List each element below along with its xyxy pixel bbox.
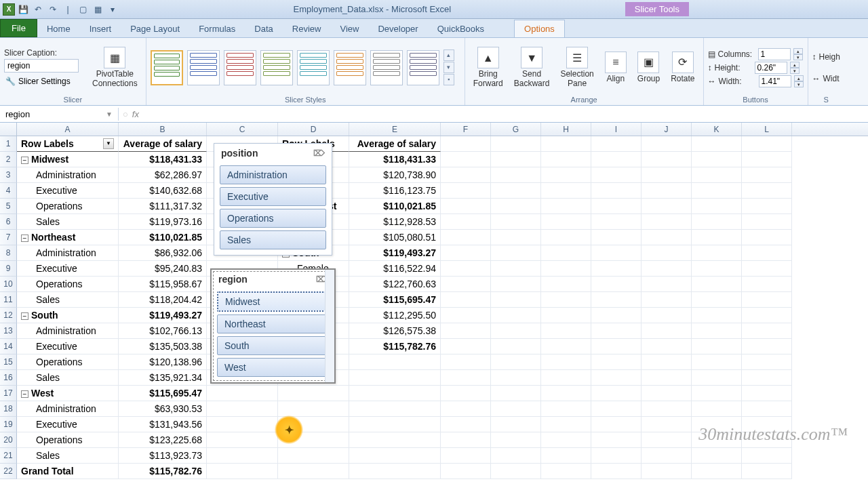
cell[interactable] (491, 432, 541, 448)
slicer-item[interactable]: Midwest (217, 291, 329, 312)
redo-icon[interactable]: ↷ (46, 3, 60, 16)
cell[interactable] (591, 152, 642, 167)
slicer-item[interactable]: Sales (220, 230, 326, 249)
cell[interactable] (591, 308, 642, 323)
cell[interactable] (742, 167, 792, 183)
cell[interactable] (541, 183, 591, 199)
cell[interactable] (491, 230, 541, 245)
cell[interactable] (692, 136, 742, 152)
gallery-more-icon[interactable]: ▪ (443, 74, 454, 85)
cell[interactable] (441, 339, 491, 354)
gallery-down-icon[interactable]: ▾ (443, 62, 454, 73)
cell[interactable]: −Northeast (17, 230, 119, 245)
cell[interactable] (692, 245, 742, 261)
cell[interactable] (278, 401, 349, 417)
cell[interactable] (642, 417, 692, 432)
cell[interactable] (441, 245, 491, 261)
tab-view[interactable]: View (330, 20, 368, 37)
cell[interactable]: Operations (17, 432, 119, 448)
cell[interactable]: $115,695.47 (119, 386, 207, 401)
cell[interactable] (692, 464, 742, 479)
cell[interactable] (441, 230, 491, 245)
cell[interactable] (742, 245, 792, 261)
cell[interactable]: Sales (17, 292, 119, 308)
cell[interactable] (441, 183, 491, 199)
col-header[interactable]: L (742, 123, 792, 136)
bring-forward-button[interactable]: ▲Bring Forward (469, 45, 507, 89)
gallery-up-icon[interactable]: ▴ (443, 49, 454, 61)
cell[interactable] (642, 183, 692, 199)
formula-circle-icon[interactable]: ○ (123, 109, 128, 119)
cell[interactable] (591, 136, 642, 152)
col-header[interactable]: I (591, 123, 642, 136)
row-header[interactable]: 5 (0, 199, 17, 214)
cell[interactable] (541, 245, 591, 261)
cell[interactable] (642, 308, 692, 323)
cell[interactable] (642, 152, 692, 167)
row-header[interactable]: 3 (0, 167, 17, 183)
cell[interactable] (591, 214, 642, 230)
row-header[interactable]: 21 (0, 448, 17, 464)
cell[interactable] (642, 386, 692, 401)
cell[interactable] (692, 152, 742, 167)
cell[interactable] (642, 245, 692, 261)
cell[interactable] (541, 261, 591, 277)
select-all-corner[interactable] (0, 123, 17, 136)
cell[interactable]: Operations (17, 354, 119, 370)
cell[interactable] (591, 432, 642, 448)
cell[interactable] (642, 339, 692, 354)
row-header[interactable]: 13 (0, 323, 17, 339)
cell[interactable] (441, 261, 491, 277)
cell[interactable] (541, 214, 591, 230)
slicer-scrollbar[interactable] (325, 270, 334, 382)
cell[interactable] (541, 401, 591, 417)
cell[interactable] (278, 386, 349, 401)
cell[interactable] (742, 401, 792, 417)
cell[interactable]: $116,123.75 (349, 183, 441, 199)
cell[interactable] (491, 261, 541, 277)
cell[interactable] (642, 136, 692, 152)
cell[interactable] (591, 277, 642, 292)
cell[interactable]: $118,431.33 (349, 152, 441, 167)
slicer-caption-input[interactable] (4, 59, 79, 73)
cell[interactable] (278, 448, 349, 464)
cell[interactable] (441, 323, 491, 339)
cell[interactable] (441, 354, 491, 370)
group-button[interactable]: ▣Group (633, 50, 664, 85)
cell[interactable]: $123,225.68 (119, 432, 207, 448)
cell[interactable] (491, 183, 541, 199)
cell[interactable] (591, 370, 642, 386)
cell[interactable] (491, 464, 541, 479)
style-thumb-8[interactable] (407, 50, 439, 85)
cell[interactable]: $113,923.73 (119, 448, 207, 464)
cell[interactable] (349, 417, 441, 432)
cell[interactable] (349, 432, 441, 448)
cell[interactable]: Executive (17, 183, 119, 199)
spinner-down-icon[interactable]: ▾ (794, 81, 804, 87)
collapse-icon[interactable]: − (21, 157, 28, 164)
cell[interactable] (441, 308, 491, 323)
cell[interactable]: Executive (17, 261, 119, 277)
cell[interactable]: Sales (17, 370, 119, 386)
cell[interactable] (591, 323, 642, 339)
cell[interactable]: $112,928.53 (349, 214, 441, 230)
slicer-item[interactable]: Operations (220, 209, 326, 228)
cell[interactable] (692, 323, 742, 339)
print-icon[interactable]: ▦ (91, 3, 104, 16)
align-button[interactable]: ≡Align (601, 50, 631, 85)
cell[interactable] (441, 464, 491, 479)
spinner-up-icon[interactable]: ▴ (794, 75, 804, 81)
col-header[interactable]: A (17, 123, 119, 136)
slicer-item[interactable]: South (217, 336, 329, 355)
cell[interactable]: Operations (17, 277, 119, 292)
cell[interactable] (441, 214, 491, 230)
cell[interactable] (541, 339, 591, 354)
cell[interactable] (441, 136, 491, 152)
cell[interactable] (742, 292, 792, 308)
cell[interactable]: $122,760.63 (349, 277, 441, 292)
cell[interactable] (278, 464, 349, 479)
cell[interactable] (642, 214, 692, 230)
cell[interactable] (642, 277, 692, 292)
cell[interactable] (207, 386, 278, 401)
cell[interactable]: $131,943.56 (119, 417, 207, 432)
